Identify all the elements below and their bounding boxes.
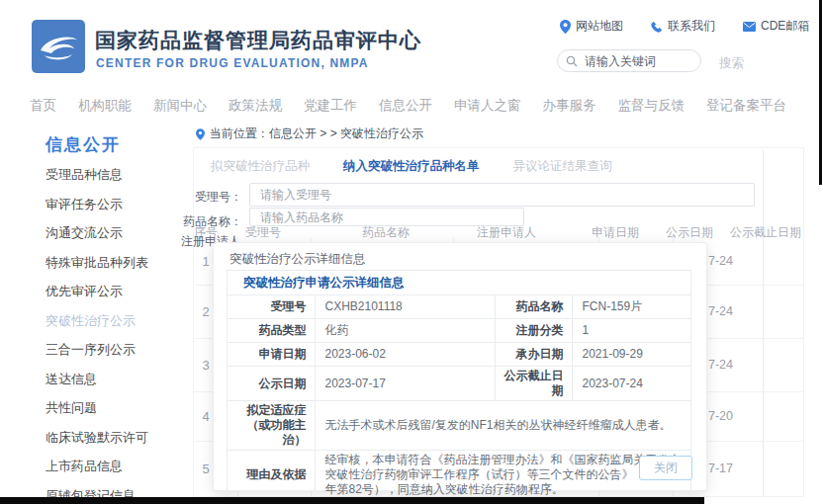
panel-border — [193, 147, 803, 148]
sidebar-item-common-issues[interactable]: 共性问题 — [46, 401, 148, 414]
sidebar-menu: 受理品种信息 审评任务公示 沟通交流公示 特殊审批品种列表 优先审评公示 突破性… — [46, 168, 148, 502]
row-end-date: 7-24 — [708, 304, 733, 318]
field-value-publicity-end-date: 2023-07-24 — [572, 367, 690, 401]
field-label-acceptance-no: 受理号 — [228, 295, 315, 319]
modal-section-title: 突破性治疗申请公示详细信息 — [228, 271, 690, 295]
location-pin-icon — [560, 20, 571, 34]
cde-mail-label: CDE邮箱 — [761, 18, 809, 35]
nav-item-functions[interactable]: 机构职能 — [78, 97, 132, 115]
tab-bar: 拟突破性治疗品种 纳入突破性治疗品种名单 异议论证结果查询 — [211, 158, 612, 175]
nav-item-applicant-window[interactable]: 申请人之窗 — [454, 97, 521, 115]
sidebar-item-delivery-info[interactable]: 送达信息 — [46, 373, 148, 385]
nav-item-news[interactable]: 新闻中心 — [153, 97, 207, 115]
search-button[interactable]: 搜索 — [719, 55, 744, 72]
field-value-acceptance-no: CXHB2101118 — [315, 295, 495, 319]
nav-item-party[interactable]: 党建工作 — [304, 97, 357, 115]
field-label-reg-category: 注册分类 — [495, 319, 572, 343]
modal-title: 突破性治疗公示详细信息 — [229, 251, 366, 268]
breadcrumb-text: 当前位置：信息公开 > > 突破性治疗公示 — [210, 126, 423, 142]
tab-included-breakthrough-list[interactable]: 纳入突破性治疗品种名单 — [343, 158, 480, 175]
field-value-apply-date: 2023-06-02 — [315, 343, 495, 367]
field-label-apply-date: 申请日期 — [228, 343, 315, 367]
nav-item-services[interactable]: 办事服务 — [543, 97, 596, 115]
nav-item-home[interactable]: 首页 — [30, 97, 56, 115]
site-title: 国家药品监督管理局药品审评中心 — [95, 27, 421, 54]
sidebar-item-special-approval[interactable]: 特殊审批品种列表 — [46, 256, 148, 269]
site-subtitle: CENTER FOR DRUG EVALUATION, NMPA — [96, 56, 369, 70]
envelope-icon — [743, 22, 756, 32]
modal-close-button[interactable]: 关闭 — [639, 456, 692, 480]
row-end-date: 7-24 — [708, 254, 733, 268]
field-value-publicity-date: 2023-07-17 — [315, 367, 495, 401]
row-end-date: 7-17 — [708, 462, 733, 475]
cde-logo — [32, 20, 85, 73]
sitemap-link[interactable]: 网站地图 — [560, 18, 623, 35]
tab-proposed-breakthrough[interactable]: 拟突破性治疗品种 — [211, 158, 310, 175]
search-icon — [566, 55, 578, 67]
acceptance-no-input[interactable] — [249, 183, 755, 207]
nav-item-registration-platform[interactable]: 登记备案平台 — [706, 97, 786, 115]
screenshot-border-right — [819, 0, 822, 185]
drug-name-input[interactable] — [249, 208, 524, 226]
sidebar-title: 信息公开 — [46, 133, 121, 156]
field-label-drug-name: 药品名称 — [495, 295, 572, 319]
field-value-indication: 无法手术或术后残留/复发的NF1相关的丛状神经纤维瘤成人患者。 — [315, 401, 690, 451]
sitemap-label: 网站地图 — [576, 18, 623, 35]
nav-item-policy[interactable]: 政策法规 — [229, 97, 282, 115]
row-end-date: 7-20 — [708, 409, 733, 423]
tab-objection-result-query[interactable]: 异议论证结果查询 — [513, 158, 612, 175]
page: 国家药品监督管理局药品审评中心 CENTER FOR DRUG EVALUATI… — [0, 0, 823, 504]
header-quick-links: 网站地图 联系我们 CDE邮箱 — [560, 18, 809, 35]
main-nav: 首页 机构职能 新闻中心 政策法规 党建工作 信息公开 申请人之窗 办事服务 监… — [30, 97, 786, 115]
breadcrumb: 当前位置：信息公开 > > 突破性治疗公示 — [196, 126, 423, 142]
field-label-undertake-date: 承办日期 — [495, 343, 572, 367]
field-value-drug-name: FCN-159片 — [572, 295, 690, 319]
keyword-search-input[interactable] — [583, 53, 695, 69]
contact-label: 联系我们 — [668, 18, 715, 35]
sidebar-item-three-in-one[interactable]: 三合一序列公示 — [46, 343, 148, 356]
logo-swoosh-icon — [32, 20, 85, 73]
field-value-rationale: 经审核，本申请符合《药品注册管理办法》和《国家药监局关于发布突破性治疗药物审评工… — [315, 451, 690, 500]
sidebar-item-marketed-drugs[interactable]: 上市药品信息 — [46, 460, 148, 472]
sidebar-item-breakthrough-therapy[interactable]: 突破性治疗公示 — [46, 314, 148, 327]
acceptance-no-label: 受理号： — [187, 189, 242, 206]
breakthrough-detail-modal: 突破性治疗公示详细信息 突破性治疗申请公示详细信息 受理号 CXHB210111… — [213, 242, 707, 491]
sidebar-item-review-tasks[interactable]: 审评任务公示 — [46, 198, 148, 210]
modal-detail-box: 突破性治疗申请公示详细信息 受理号 CXHB2101118 药品名称 FCN-1… — [227, 270, 691, 500]
field-label-publicity-end-date: 公示截止日期 — [495, 367, 572, 401]
screenshot-border-bottom — [0, 497, 704, 504]
row-end-date: 7-24 — [708, 358, 733, 372]
contact-link[interactable]: 联系我们 — [651, 18, 715, 35]
panel-border — [803, 147, 804, 496]
field-label-rationale: 理由及依据 — [228, 451, 315, 500]
sidebar-item-accepted-varieties[interactable]: 受理品种信息 — [46, 168, 148, 181]
phone-icon — [651, 21, 663, 33]
sidebar-item-clinical-trial-permit[interactable]: 临床试验默示许可 — [46, 431, 148, 444]
field-value-drug-type: 化药 — [315, 319, 495, 343]
sidebar-item-communication[interactable]: 沟通交流公示 — [46, 226, 148, 239]
field-label-indication: 拟定适应症（或功能主治） — [228, 401, 315, 451]
nav-item-info-disclosure[interactable]: 信息公开 — [379, 97, 432, 115]
header-search-box — [557, 49, 701, 72]
detail-table: 受理号 CXHB2101118 药品名称 FCN-159片 药品类型 化药 注册… — [228, 295, 690, 499]
field-label-publicity-date: 公示日期 — [228, 367, 315, 401]
field-value-reg-category: 1 — [572, 319, 690, 343]
nav-item-supervision[interactable]: 监督与反馈 — [618, 97, 686, 115]
field-label-drug-type: 药品类型 — [228, 319, 315, 343]
field-value-undertake-date: 2021-09-29 — [572, 343, 690, 367]
cde-mail-link[interactable]: CDE邮箱 — [743, 18, 809, 35]
sidebar-item-priority-review[interactable]: 优先审评公示 — [46, 285, 148, 297]
breadcrumb-pin-icon — [196, 128, 205, 140]
